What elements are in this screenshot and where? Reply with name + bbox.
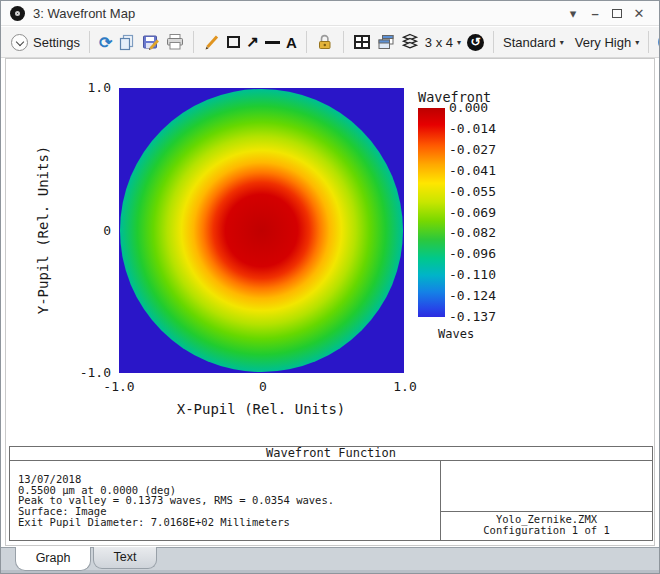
window-panes-icon (353, 33, 371, 51)
save-button[interactable] (142, 30, 160, 54)
info-panel-title: Wavefront Function (10, 447, 652, 461)
file-info-cell: Yolo_Zernike.ZMX Configuration 1 of 1 (440, 461, 652, 540)
title-bar: 3: Wavefront Map ▾ – ✕ (1, 1, 659, 26)
cascade-windows-button[interactable] (377, 30, 395, 54)
y-axis-label: Y-Pupil (Rel. Units) (35, 120, 51, 340)
y-axis-tick: 0 (61, 223, 111, 238)
x-axis-tick: 0 (259, 379, 267, 394)
info-panel: Wavefront Function 13/07/2018 0.5500 µm … (9, 446, 653, 541)
display-mode-dropdown[interactable]: Standard ▾ (503, 30, 564, 54)
y-axis-tick: 1.0 (61, 80, 111, 95)
rectangle-annotation-button[interactable] (227, 30, 240, 54)
colorbar-tick: -0.137 (449, 310, 496, 324)
x-axis-tick: -1.0 (103, 379, 134, 394)
colorbar-tick: -0.110 (449, 268, 496, 282)
settings-label: Settings (33, 35, 80, 50)
text-tool-icon: A (286, 34, 297, 51)
toolbar-separator (306, 31, 307, 53)
reset-icon: ↺ (467, 34, 484, 51)
pencil-annotation-button[interactable] (203, 30, 221, 54)
colorbar-tick: -0.124 (449, 289, 496, 303)
close-button[interactable]: ✕ (628, 6, 650, 21)
settings-button[interactable]: Settings (11, 30, 80, 54)
line-icon (265, 41, 280, 44)
analysis-summary: 13/07/2018 0.5500 µm at 0.0000 (deg) Pea… (10, 461, 440, 540)
copy-icon (118, 33, 136, 51)
reset-view-button[interactable]: ↺ (467, 30, 484, 54)
window-icon (10, 6, 25, 21)
file-info-empty-cell (441, 461, 652, 511)
toolbar-separator (89, 31, 90, 53)
colorbar-tick: -0.096 (449, 247, 496, 261)
colorbar-tick: 0.000 (449, 101, 488, 115)
y-axis-tick: -1.0 (61, 365, 111, 380)
toolbar-separator (193, 31, 194, 53)
graph-area: Y-Pupil (Rel. Units) 1.0 0 -1.0 -1.0 0 1… (5, 58, 655, 546)
toolbar-separator (648, 31, 649, 53)
exit-pupil-info: Exit Pupil Diameter: 7.0168E+02 Millimet… (18, 517, 432, 528)
print-button[interactable] (166, 30, 184, 54)
lock-icon (316, 33, 334, 51)
sampling-dropdown[interactable]: Very High ▾ (575, 30, 639, 54)
chevron-down-icon: ▾ (560, 38, 564, 47)
colorbar-tick: -0.055 (449, 185, 496, 199)
maximize-icon (612, 9, 622, 18)
cascade-windows-icon (377, 33, 395, 51)
tab-strip: Graph Text (1, 547, 659, 573)
colorbar-tick: -0.041 (449, 164, 496, 178)
minimize-button[interactable]: – (584, 6, 606, 21)
arrow-icon: ↗ (246, 33, 259, 51)
window-title: 3: Wavefront Map (33, 6, 135, 21)
refresh-button[interactable]: ⟳ (99, 30, 112, 54)
toolbar-separator (343, 31, 344, 53)
sampling-label: Very High (575, 35, 631, 50)
rectangle-icon (227, 36, 240, 48)
wavefront-map-window: 3: Wavefront Map ▾ – ✕ Settings ⟳ (0, 0, 660, 574)
colorbar-tick: -0.027 (449, 143, 496, 157)
lock-button[interactable] (316, 30, 334, 54)
chevron-down-icon: ▾ (635, 38, 639, 47)
line-annotation-button[interactable] (265, 30, 280, 54)
maximize-button[interactable] (606, 6, 628, 21)
toolbar: Settings ⟳ (1, 27, 659, 58)
layers-stack-button[interactable] (401, 30, 419, 54)
x-axis-tick: 1.0 (393, 379, 416, 394)
legend-unit-label: Waves (438, 327, 474, 341)
colorbar (418, 108, 445, 317)
configuration-label: Configuration 1 of 1 (441, 525, 652, 536)
window-menu-caret-icon[interactable]: ▾ (562, 6, 584, 21)
copy-button[interactable] (118, 30, 136, 54)
text-annotation-button[interactable]: A (286, 30, 297, 54)
grid-size-label: 3 x 4 (425, 35, 453, 50)
colorbar-tick: -0.069 (449, 206, 496, 220)
layers-stack-icon (401, 33, 419, 51)
colorbar-tick: -0.082 (449, 226, 496, 240)
colorbar-tick: -0.014 (449, 122, 496, 136)
print-icon (166, 33, 184, 51)
chevron-down-icon: ▾ (457, 38, 461, 47)
tab-graph[interactable]: Graph (15, 547, 91, 571)
grid-size-dropdown[interactable]: 3 x 4 ▾ (425, 30, 461, 54)
refresh-icon: ⟳ (99, 33, 112, 52)
pupil-wavefront-surface (120, 89, 403, 372)
wavefront-map-plot (119, 88, 404, 373)
settings-chevron-icon (11, 34, 28, 51)
x-axis-label: X-Pupil (Rel. Units) (116, 401, 406, 417)
split-window-button[interactable] (353, 30, 371, 54)
tab-text[interactable]: Text (93, 547, 157, 569)
toolbar-separator (493, 31, 494, 53)
display-mode-label: Standard (503, 35, 556, 50)
save-icon (142, 33, 160, 51)
pencil-icon (203, 33, 221, 51)
arrow-annotation-button[interactable]: ↗ (246, 30, 259, 54)
